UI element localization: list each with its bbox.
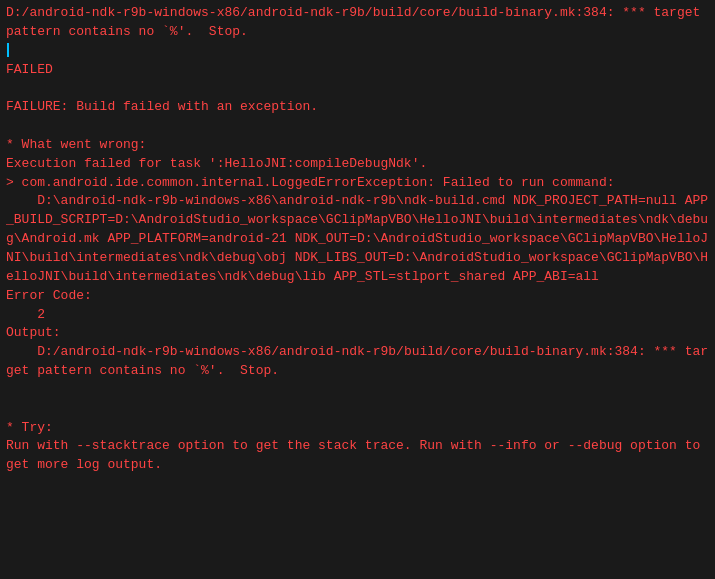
line-try-value: Run with --stacktrace option to get the … xyxy=(6,437,709,475)
line-exception: > com.android.ide.common.internal.Logged… xyxy=(6,174,709,193)
line-failed: FAILED xyxy=(6,61,709,80)
line-command: D:\android-ndk-r9b-windows-x86\android-n… xyxy=(6,192,709,286)
terminal-output: D:/android-ndk-r9b-windows-x86/android-n… xyxy=(0,0,715,579)
line-empty-1 xyxy=(6,79,709,98)
line-error-code-value: 2 xyxy=(6,306,709,325)
line-execution: Execution failed for task ':HelloJNI:com… xyxy=(6,155,709,174)
line-empty-4 xyxy=(6,400,709,419)
line-cursor xyxy=(6,42,709,61)
line-what-wrong: * What went wrong: xyxy=(6,136,709,155)
line-empty-2 xyxy=(6,117,709,136)
line-empty-3 xyxy=(6,381,709,400)
line-try-label: * Try: xyxy=(6,419,709,438)
line-output-label: Output: xyxy=(6,324,709,343)
line-failure: FAILURE: Build failed with an exception. xyxy=(6,98,709,117)
cursor-blink xyxy=(7,43,9,57)
line-1: D:/android-ndk-r9b-windows-x86/android-n… xyxy=(6,4,709,42)
line-error-code-label: Error Code: xyxy=(6,287,709,306)
line-output-value: D:/android-ndk-r9b-windows-x86/android-n… xyxy=(6,343,709,381)
